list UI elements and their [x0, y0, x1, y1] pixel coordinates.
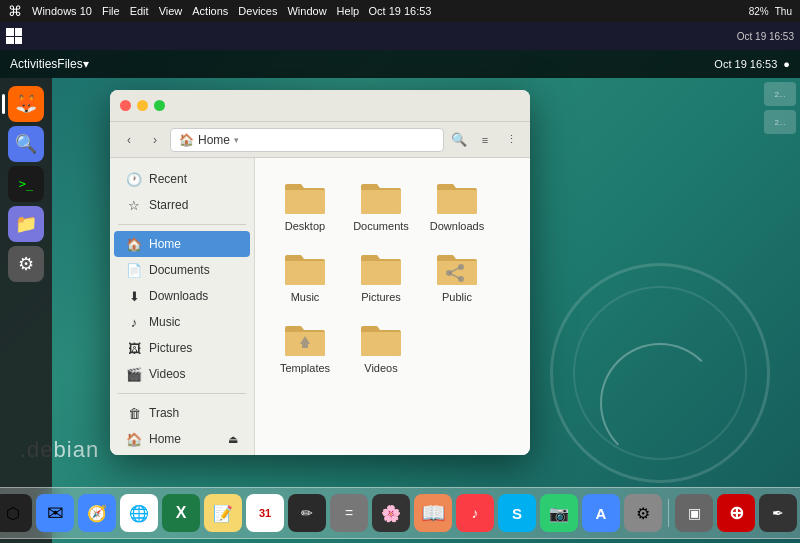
videos-icon: 🎬	[126, 367, 142, 382]
downloads-icon: ⬇	[126, 289, 142, 304]
help-menu[interactable]: Help	[337, 5, 360, 17]
folder-public[interactable]: Public	[423, 245, 491, 308]
folder-videos-icon	[359, 320, 403, 358]
sidebar-item-documents[interactable]: 📄 Documents	[114, 257, 250, 283]
file-menu[interactable]: File	[102, 5, 120, 17]
pictures-icon: 🖼	[126, 341, 142, 356]
dock-books[interactable]: 📖	[414, 494, 452, 532]
win-taskbar-right: Oct 19 16:53	[737, 31, 794, 42]
dock-appstore[interactable]: A	[582, 494, 620, 532]
fm-body: 🕐 Recent ☆ Starred 🏠 Home 📄 Documents	[110, 158, 530, 455]
dock-mail[interactable]: ✉	[36, 494, 74, 532]
mac-status-icons: 82% Thu	[749, 6, 792, 17]
windows-start-button[interactable]	[6, 28, 22, 44]
gnome-topbar: Activities Files ▾ Oct 19 16:53 ●	[0, 50, 800, 78]
folder-desktop-label: Desktop	[285, 220, 325, 233]
dock-safari[interactable]: 🧭	[78, 494, 116, 532]
dock-sysprefs[interactable]: ⚙	[624, 494, 662, 532]
dock-calendar[interactable]: 31	[246, 494, 284, 532]
view-menu[interactable]: View	[159, 5, 183, 17]
nav-back-button[interactable]: ‹	[118, 129, 140, 151]
sidebar-label-downloads: Downloads	[149, 289, 208, 303]
folder-documents-label: Documents	[353, 220, 409, 233]
edit-menu[interactable]: Edit	[130, 5, 149, 17]
location-bar[interactable]: 🏠 Home ▾	[170, 128, 444, 152]
dock-notes[interactable]: 📝	[204, 494, 242, 532]
trash-icon: 🗑	[126, 406, 142, 421]
sidebar-item-recent[interactable]: 🕐 Recent	[114, 166, 250, 192]
folder-videos[interactable]: Videos	[347, 316, 415, 379]
dock-icon-settings[interactable]: ⚙	[8, 246, 44, 282]
win-clock: Oct 19 16:53	[737, 31, 794, 42]
windows10-menu[interactable]: Windows 10	[32, 5, 92, 17]
sidebar-item-music[interactable]: ♪ Music	[114, 309, 250, 335]
folder-templates[interactable]: Templates	[271, 316, 339, 379]
dock-photos[interactable]: 🌸	[372, 494, 410, 532]
sidebar-item-trash[interactable]: 🗑 Trash	[114, 400, 250, 426]
folder-downloads[interactable]: Downloads	[423, 174, 491, 237]
sidebar-item-home[interactable]: 🏠 Home	[114, 231, 250, 257]
dock-excel[interactable]: X	[162, 494, 200, 532]
mac-clock: Oct 19 16:53	[369, 5, 432, 17]
window-minimize-button[interactable]	[137, 100, 148, 111]
svg-rect-6	[302, 344, 308, 348]
fm-toolbar: ‹ › 🏠 Home ▾ 🔍 ≡ ⋮	[110, 122, 530, 158]
sidebar-item-videos[interactable]: 🎬 Videos	[114, 361, 250, 387]
battery-status: 82%	[749, 6, 769, 17]
sidebar-item-downloads[interactable]: ⬇ Downloads	[114, 283, 250, 309]
sidebar-label-pictures: Pictures	[149, 341, 192, 355]
folder-public-label: Public	[442, 291, 472, 304]
stack-item-1: 2...	[764, 82, 796, 106]
dock-music[interactable]: ♪	[456, 494, 494, 532]
dock-pen[interactable]: ✒	[759, 494, 797, 532]
gnome-activities-button[interactable]: Activities	[10, 57, 57, 71]
actions-menu[interactable]: Actions	[192, 5, 228, 17]
fm-files-area: Desktop Documents	[255, 158, 530, 455]
sidebar-label-recent: Recent	[149, 172, 187, 186]
stack-item-2: 2...	[764, 110, 796, 134]
search-button[interactable]: 🔍	[448, 129, 470, 151]
gnome-topbar-right: Oct 19 16:53 ●	[714, 58, 790, 70]
dock-krita[interactable]: ✏	[288, 494, 326, 532]
folder-documents[interactable]: Documents	[347, 174, 415, 237]
home2-icon: 🏠	[126, 432, 142, 447]
location-home-icon: 🏠	[179, 133, 194, 147]
folder-downloads-label: Downloads	[430, 220, 484, 233]
view-list-button[interactable]: ≡	[474, 129, 496, 151]
window-close-button[interactable]	[120, 100, 131, 111]
dock-icon-search[interactable]: 🔍	[8, 126, 44, 162]
nav-forward-button[interactable]: ›	[144, 129, 166, 151]
gnome-dock: 🦊 🔍 >_ 📁 ⚙	[0, 78, 52, 543]
sidebar-item-home2[interactable]: 🏠 Home ⏏	[114, 426, 250, 452]
dock-skype[interactable]: S	[498, 494, 536, 532]
folder-pictures[interactable]: Pictures	[347, 245, 415, 308]
sidebar-label-videos: Videos	[149, 367, 185, 381]
dock-debian[interactable]: ⊕	[717, 494, 755, 532]
mac-menubar: ⌘ Windows 10 File Edit View Actions Devi…	[0, 0, 800, 22]
location-dropdown-icon[interactable]: ▾	[234, 135, 239, 145]
dock-icon-firefox[interactable]: 🦊	[8, 86, 44, 122]
window-menu[interactable]: Window	[287, 5, 326, 17]
folder-documents-icon	[359, 178, 403, 216]
apple-menu-icon[interactable]: ⌘	[8, 3, 22, 19]
dock-chrome[interactable]: 🌐	[120, 494, 158, 532]
view-options-button[interactable]: ⋮	[500, 129, 522, 151]
gnome-files-menu[interactable]: ▾	[83, 57, 89, 71]
sidebar-divider-1	[118, 224, 246, 225]
folder-music[interactable]: Music	[271, 245, 339, 308]
window-maximize-button[interactable]	[154, 100, 165, 111]
dock-facetime[interactable]: 📷	[540, 494, 578, 532]
dock-vmware[interactable]: ▣	[675, 494, 713, 532]
sidebar-item-pictures[interactable]: 🖼 Pictures	[114, 335, 250, 361]
folder-desktop[interactable]: Desktop	[271, 174, 339, 237]
dock-icon-files[interactable]: 📁	[8, 206, 44, 242]
dock-calculator[interactable]: =	[330, 494, 368, 532]
sidebar-item-starred[interactable]: ☆ Starred	[114, 192, 250, 218]
devices-menu[interactable]: Devices	[238, 5, 277, 17]
gnome-app-name: Files	[57, 57, 82, 71]
dock-icon-terminal[interactable]: >_	[8, 166, 44, 202]
mac-dock: 😊 ⬡ ✉ 🧭 🌐 X 📝 31 ✏ = 🌸 📖 ♪ S 📷 A ⚙ ▣ ⊕ ✒…	[0, 487, 800, 539]
folder-public-icon	[435, 249, 479, 287]
folder-pictures-icon	[359, 249, 403, 287]
dock-launchpad[interactable]: ⬡	[0, 494, 32, 532]
